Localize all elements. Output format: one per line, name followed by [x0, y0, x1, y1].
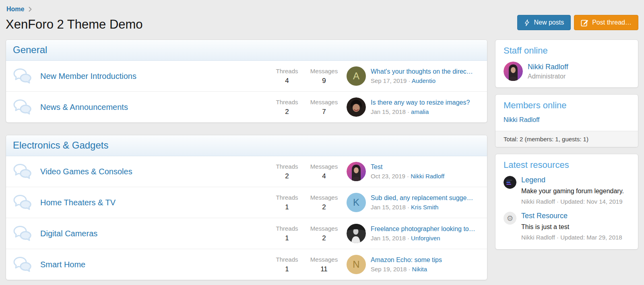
threads-count: 2 — [268, 108, 305, 116]
threads-label: Threads — [268, 194, 305, 201]
last-post: What's your thoughts on the direc… Sep 1… — [371, 68, 480, 84]
speech-bubbles-icon — [13, 225, 32, 242]
resource-name-link[interactable]: Legend — [521, 176, 624, 184]
avatar[interactable] — [347, 162, 366, 181]
resource-thumbnail[interactable] — [504, 176, 516, 189]
last-post-author-link[interactable]: Audentio — [412, 77, 436, 84]
last-post-title-link[interactable]: Sub died, any replacement sugge… — [371, 194, 480, 202]
members-online-widget: Members online Nikki Radloff Total: 2 (m… — [495, 94, 638, 147]
new-posts-button[interactable]: New posts — [517, 15, 571, 30]
forum-link[interactable]: New Member Introductions — [40, 72, 136, 81]
speech-bubbles-icon — [13, 256, 32, 273]
forum-link[interactable]: Digital Cameras — [40, 229, 97, 238]
bolt-icon — [524, 19, 530, 26]
avatar[interactable] — [347, 224, 366, 243]
resource-thumbnail[interactable]: ⚙ — [504, 212, 516, 225]
threads-label: Threads — [268, 99, 305, 105]
forum-stats: Threads1 Messages2 — [268, 194, 343, 211]
staff-member: Nikki Radloff Administrator — [504, 62, 630, 81]
meta-separator: · — [408, 77, 410, 84]
threads-label: Threads — [268, 163, 305, 170]
last-post-title-link[interactable]: Test — [371, 163, 480, 171]
last-post: Freelance photographer looking to… Jan 1… — [371, 225, 480, 242]
last-post-title-link[interactable]: Is there any way to resize images? — [371, 99, 480, 106]
speech-bubbles-icon — [13, 194, 32, 211]
legend-thumbnail-icon — [504, 176, 516, 189]
members-online-total: Total: 2 (members: 1, guests: 1) — [495, 131, 638, 147]
members-online-title: Members online — [504, 100, 630, 111]
category-header[interactable]: General — [6, 40, 487, 61]
latest-resources-title: Latest resources — [504, 160, 630, 170]
resource-meta: Nikki Radloff · Updated: Nov 14, 2019 — [521, 197, 624, 206]
last-post-date: Oct 23, 2019 — [371, 173, 405, 180]
last-post-author-link[interactable]: Nikki Radloff — [411, 173, 444, 180]
avatar[interactable]: N — [347, 255, 366, 274]
avatar[interactable] — [347, 97, 366, 117]
meta-separator: · — [407, 235, 409, 242]
threads-count: 1 — [268, 234, 305, 242]
staff-online-widget: Staff online Nikki Radloff Administrator — [495, 39, 638, 88]
messages-count: 9 — [305, 77, 343, 85]
last-post: Amazon Echo: some tips Sep 19, 2018 · Ni… — [371, 256, 480, 273]
speech-bubbles-icon — [13, 163, 32, 180]
forum-list: General New Member Introductions Threads… — [6, 39, 487, 285]
forum-link[interactable]: Home Theaters & TV — [40, 198, 116, 207]
breadcrumb-home-link[interactable]: Home — [6, 6, 24, 13]
category-general: General New Member Introductions Threads… — [6, 39, 487, 123]
resource-item: Legend Make your gaming forum legendary.… — [504, 176, 630, 206]
forum-link[interactable]: Smart Home — [40, 260, 85, 269]
resource-name-link[interactable]: Test Resource — [521, 212, 622, 220]
forum-stats: Threads2 Messages7 — [268, 99, 343, 116]
meta-separator: · — [407, 108, 409, 115]
latest-resources-widget: Latest resources Legend Make your gaming… — [495, 154, 638, 250]
last-post-date: Jan 15, 2018 — [371, 108, 406, 115]
forum-link[interactable]: News & Announcements — [40, 103, 128, 112]
last-post: Sub died, any replacement sugge… Jan 15,… — [371, 194, 480, 211]
forum-row: News & Announcements Threads2 Messages7 … — [6, 91, 487, 122]
last-post-title-link[interactable]: Amazon Echo: some tips — [371, 256, 480, 264]
new-posts-label: New posts — [534, 19, 564, 26]
breadcrumb: Home — [6, 4, 143, 13]
member-link[interactable]: Nikki Radloff — [504, 116, 540, 124]
header-actions: New posts Post thread… — [517, 15, 638, 30]
staff-name-link[interactable]: Nikki Radloff — [528, 63, 568, 71]
threads-count: 1 — [268, 265, 305, 273]
post-thread-label: Post thread… — [592, 19, 632, 26]
forum-link[interactable]: Video Games & Consoles — [40, 167, 132, 176]
nikki-illustrated-avatar — [504, 62, 523, 81]
last-post-author-link[interactable]: amalia — [411, 108, 429, 115]
last-post-title-link[interactable]: Freelance photographer looking to… — [371, 225, 480, 233]
messages-label: Messages — [305, 225, 343, 232]
messages-label: Messages — [305, 256, 343, 263]
last-post-author-link[interactable]: Unforgiven — [411, 235, 440, 242]
last-post-author-link[interactable]: Nikita — [412, 266, 427, 273]
avatar[interactable]: K — [347, 193, 366, 212]
meta-separator: · — [407, 204, 409, 211]
forum-row: Smart Home Threads1 Messages11 N Amazon … — [6, 249, 487, 280]
staff-role: Administrator — [528, 73, 568, 80]
messages-label: Messages — [305, 99, 343, 105]
last-post-title-link[interactable]: What's your thoughts on the direc… — [371, 68, 480, 75]
avatar[interactable] — [504, 62, 523, 81]
post-thread-button[interactable]: Post thread… — [574, 15, 638, 30]
forum-row: Video Games & Consoles Threads2 Messages… — [6, 156, 487, 187]
messages-label: Messages — [305, 194, 343, 201]
category-header[interactable]: Electronics & Gadgets — [6, 135, 487, 156]
speech-bubbles-icon — [13, 98, 32, 116]
avatar[interactable]: A — [347, 66, 366, 86]
resource-description: This is just a test — [521, 223, 622, 232]
page-header: Home XenForo 2 Theme Demo New posts Post… — [6, 4, 638, 33]
page-title: XenForo 2 Theme Demo — [6, 17, 143, 32]
title-area: Home XenForo 2 Theme Demo — [6, 4, 143, 33]
threads-count: 4 — [268, 77, 305, 85]
unforgiven-photo-avatar — [347, 224, 366, 243]
speech-bubbles-icon — [13, 67, 32, 85]
resource-meta: Nikki Radloff · Updated: Mar 29, 2018 — [521, 233, 622, 242]
last-post-date: Jan 15, 2018 — [371, 204, 406, 211]
last-post-author-link[interactable]: Kris Smith — [411, 204, 438, 211]
last-post-date: Jan 15, 2018 — [371, 235, 406, 242]
resource-description: Make your gaming forum legendary. — [521, 187, 624, 196]
messages-count: 11 — [305, 265, 343, 273]
resource-item: ⚙ Test Resource This is just a test Nikk… — [504, 212, 630, 242]
gear-icon: ⚙ — [506, 214, 513, 223]
